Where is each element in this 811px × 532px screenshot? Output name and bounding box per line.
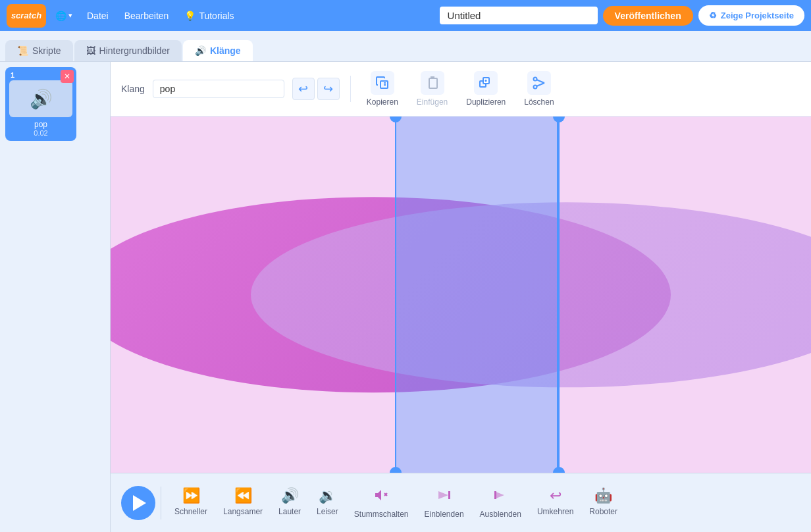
main-content: ✕ 1 🔊 pop 0.02 Klang ↩ ↪: [0, 62, 811, 532]
action-leiser-label: Leiser: [317, 507, 338, 516]
action-stummschalten-label: Stummschalten: [354, 510, 409, 519]
volume-down-icon: 🔉: [319, 487, 336, 504]
action-schneller[interactable]: ⏩ Schneller: [167, 483, 215, 523]
svg-line-11: [536, 83, 544, 86]
action-kopieren[interactable]: Kopieren: [361, 68, 404, 109]
globe-menu[interactable]: 🌐 ▾: [51, 8, 76, 24]
project-page-label: Zeige Projektseite: [721, 11, 794, 20]
volume-up-icon: 🔊: [281, 487, 299, 504]
action-einblenden-label: Einblenden: [425, 510, 464, 519]
volume-icon: 🔊: [30, 88, 53, 110]
tab-skripte[interactable]: 📜 Skripte: [5, 40, 73, 61]
action-umkehren-label: Umkehren: [537, 507, 573, 516]
toolbar-divider: [350, 76, 351, 102]
klaenge-icon: 🔊: [195, 45, 206, 56]
globe-chevron: ▾: [68, 11, 72, 20]
action-schneller-label: Schneller: [174, 507, 207, 516]
action-umkehren[interactable]: ↩ Umkehren: [529, 483, 581, 523]
selection-left-line: [395, 117, 396, 473]
action-lauter[interactable]: 🔊 Lauter: [271, 483, 309, 523]
action-loeschen-label: Löschen: [524, 97, 554, 107]
project-title-input[interactable]: [440, 7, 598, 24]
bottom-actions: ⏩ Schneller ⏪ Langsamer 🔊 Lauter 🔉 Leise…: [167, 483, 625, 523]
action-roboter[interactable]: 🤖 Roboter: [581, 483, 625, 523]
action-ausblenden-label: Ausblenden: [480, 510, 521, 519]
tab-klaenge-label: Klänge: [210, 45, 241, 56]
menu-tutorials[interactable]: 💡 Tutorials: [179, 8, 239, 24]
sound-item-waveform: 🔊: [9, 80, 72, 117]
robot-icon: 🤖: [594, 487, 612, 504]
mute-icon: [373, 487, 389, 507]
publish-button[interactable]: Veröffentlichen: [603, 6, 693, 26]
undo-redo-group: ↩ ↪: [292, 78, 340, 100]
action-lauter-label: Lauter: [278, 507, 301, 516]
action-einblenden[interactable]: Einblenden: [417, 483, 472, 523]
tabs-bar: 📜 Skripte 🖼 Hintergrundbilder 🔊 Klänge: [0, 31, 811, 62]
selection-region[interactable]: [395, 117, 558, 473]
bottom-divider: [161, 487, 161, 519]
tab-klaenge[interactable]: 🔊 Klänge: [183, 40, 253, 61]
tab-hintergrundbilder-label: Hintergrundbilder: [99, 45, 170, 56]
scissors-icon: [527, 71, 551, 95]
selection-right-bottom-handle[interactable]: [553, 467, 565, 473]
svg-line-10: [536, 80, 544, 83]
tab-hintergrundbilder[interactable]: 🖼 Hintergrundbilder: [74, 40, 182, 61]
sound-label: Klang: [121, 84, 145, 94]
skripte-icon: 📜: [17, 45, 28, 56]
scratch-logo: scratch: [7, 4, 46, 28]
action-duplizieren[interactable]: Duplizieren: [461, 68, 511, 109]
duplicate-icon: [474, 71, 498, 95]
reverse-icon: ↩: [550, 487, 562, 504]
bottom-toolbar: ⏩ Schneller ⏪ Langsamer 🔊 Lauter 🔉 Leise…: [111, 473, 811, 532]
action-ausblenden[interactable]: Ausblenden: [472, 483, 529, 523]
undo-button[interactable]: ↩: [292, 78, 315, 100]
action-langsamer[interactable]: ⏪ Langsamer: [215, 483, 271, 523]
project-page-button[interactable]: ♻ Zeige Projektseite: [698, 5, 804, 26]
sound-editor: Klang ↩ ↪ Kopieren: [111, 62, 811, 532]
play-button[interactable]: [121, 486, 155, 520]
sound-editor-toolbar: Klang ↩ ↪ Kopieren: [111, 62, 811, 117]
paste-icon: [421, 71, 444, 95]
rewind-icon: ⏪: [234, 487, 252, 504]
tutorials-label: Tutorials: [199, 11, 234, 21]
action-leiser[interactable]: 🔉 Leiser: [309, 483, 346, 523]
tab-skripte-label: Skripte: [32, 45, 61, 56]
play-icon: [133, 495, 146, 511]
selection-right-line: [558, 117, 560, 473]
sound-delete-button[interactable]: ✕: [61, 70, 74, 83]
sound-item-duration: 0.02: [9, 129, 72, 137]
hintergrundbilder-icon: 🖼: [86, 45, 95, 56]
menu-datei[interactable]: Datei: [82, 8, 114, 24]
action-loeschen[interactable]: Löschen: [519, 68, 559, 109]
svg-rect-3: [429, 78, 437, 88]
action-duplizieren-label: Duplizieren: [466, 97, 506, 107]
menu-bearbeiten[interactable]: Bearbeiten: [119, 8, 174, 24]
action-roboter-label: Roboter: [589, 507, 617, 516]
fast-forward-icon: ⏩: [182, 487, 200, 504]
action-stummschalten[interactable]: Stummschalten: [346, 483, 417, 523]
redo-button[interactable]: ↪: [317, 78, 340, 100]
sound-item-number: 1: [11, 71, 14, 79]
action-langsamer-label: Langsamer: [223, 507, 263, 516]
tutorials-icon: 💡: [184, 11, 196, 21]
action-einfuegen[interactable]: Einfügen: [411, 68, 453, 109]
sound-item-pop[interactable]: ✕ 1 🔊 pop 0.02: [5, 67, 76, 141]
globe-icon: 🌐: [55, 11, 66, 21]
fade-in-icon: [436, 487, 452, 507]
sound-item-name: pop: [9, 120, 72, 129]
action-einfuegen-label: Einfügen: [417, 97, 448, 107]
top-navigation: scratch 🌐 ▾ Datei Bearbeiten 💡 Tutorials…: [0, 0, 811, 31]
copy-icon: [371, 71, 394, 95]
waveform-area[interactable]: [111, 117, 811, 473]
sound-name-input[interactable]: [153, 80, 284, 98]
fade-out-icon: [492, 487, 508, 507]
sounds-sidebar: ✕ 1 🔊 pop 0.02: [0, 62, 111, 532]
action-kopieren-label: Kopieren: [367, 97, 398, 107]
project-page-icon: ♻: [709, 11, 717, 20]
